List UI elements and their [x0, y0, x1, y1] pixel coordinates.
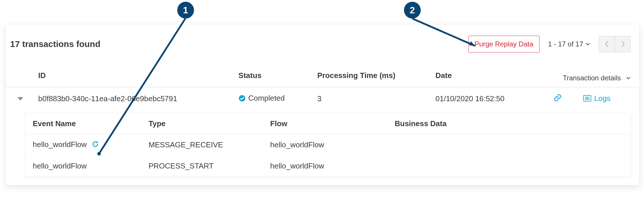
col-status: Status [236, 64, 314, 87]
event-type: PROCESS_START [141, 155, 263, 176]
svg-marker-3 [469, 41, 475, 46]
cell-status: Completed [239, 94, 285, 103]
row-expander[interactable] [17, 94, 23, 103]
status-text: Completed [248, 94, 285, 103]
link-icon [554, 94, 562, 102]
annotation-number: 2 [410, 5, 415, 16]
logs-label: Logs [594, 94, 610, 103]
col-ptime: Processing Time (ms) [314, 64, 433, 87]
annotation-badge-1: 1 [177, 2, 194, 19]
page-title: 17 transactions found [10, 39, 469, 49]
event-flow: hello_worldFlow [263, 155, 387, 176]
pager-next-button[interactable] [615, 36, 630, 52]
list-icon [583, 95, 591, 102]
subtable-row: hello_worldFlow PROCESS_START hello_worl… [25, 155, 630, 176]
col-flow: Flow [263, 113, 387, 134]
col-date: Date [433, 64, 551, 87]
event-flow: hello_worldFlow [263, 134, 387, 156]
pager-range-dropdown[interactable]: 1 - 17 of 17 [548, 40, 590, 48]
caret-down-icon [17, 97, 23, 101]
chevron-down-icon [626, 76, 631, 80]
annotation-badge-2: 2 [404, 2, 421, 19]
cell-date: 01/10/2020 16:52:50 [433, 87, 551, 110]
svg-line-2 [412, 19, 475, 46]
chevron-left-icon [605, 40, 609, 48]
event-name: hello_worldFlow [33, 140, 87, 149]
cell-ptime: 3 [314, 87, 433, 110]
transaction-link-button[interactable] [554, 95, 562, 104]
annotation-number: 1 [183, 5, 188, 16]
check-circle-icon [239, 95, 246, 102]
pager-range-text: 1 - 17 of 17 [548, 40, 583, 48]
event-name: hello_worldFlow [25, 155, 141, 176]
transaction-details-toggle[interactable]: Transaction details [563, 74, 631, 82]
svg-line-0 [99, 19, 185, 154]
chevron-down-icon [586, 42, 590, 46]
logs-link[interactable]: Logs [583, 94, 610, 103]
annotation-line-2 [411, 17, 486, 52]
pager-nav [599, 36, 631, 52]
svg-marker-4 [17, 97, 23, 101]
pager-prev-button[interactable] [599, 36, 615, 52]
chevron-right-icon [621, 40, 625, 48]
svg-point-1 [97, 152, 101, 155]
annotation-line-1 [96, 17, 188, 157]
col-bdata: Business Data [387, 113, 630, 134]
transaction-details-label: Transaction details [563, 74, 621, 82]
event-bdata [387, 155, 630, 176]
event-bdata [387, 134, 630, 156]
